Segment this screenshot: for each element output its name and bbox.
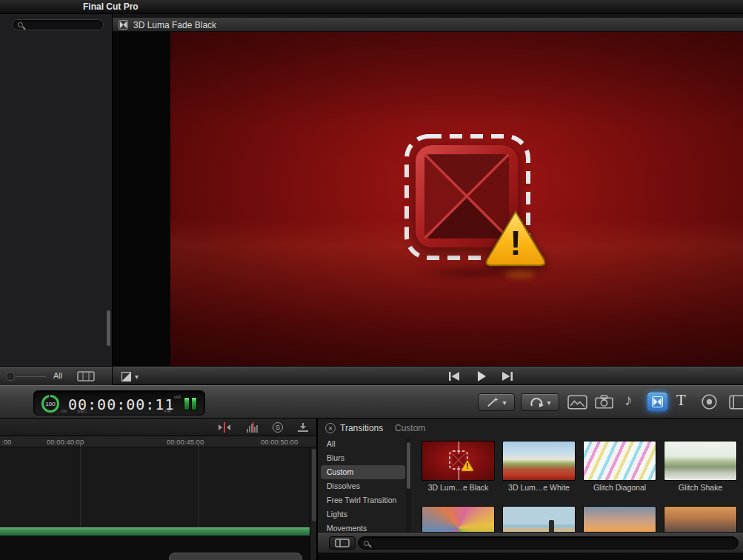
skip-back-button[interactable] [444, 370, 464, 383]
search-icon [18, 22, 23, 27]
category-item-dissolves[interactable]: Dissolves [321, 479, 405, 493]
event-browser-scrollbar-thumb[interactable] [107, 310, 110, 346]
ruler-tick [199, 443, 199, 447]
audio-skimming-icon [245, 422, 260, 433]
gauge-value: 100 [45, 401, 55, 407]
viewer-title: 3D Luma Fade Black [133, 20, 216, 30]
play-button[interactable] [472, 370, 491, 383]
browser-icon [729, 395, 743, 410]
retime-icon [529, 396, 544, 408]
chevron-down-icon: ▾ [547, 399, 550, 407]
viewer-canvas[interactable]: ! [170, 32, 743, 366]
event-search-input[interactable] [27, 21, 90, 30]
generators-icon [701, 393, 718, 410]
photos-icon [567, 395, 587, 410]
transition-name: Glitch Shake [664, 483, 737, 492]
timeline-panel: S :00 00:00:40:00 00:00:45:00 00:00:50:0… [0, 419, 317, 560]
timeline-hscrollbar-thumb[interactable] [169, 553, 302, 560]
audio-skimming-toggle[interactable] [244, 421, 261, 433]
menu-bar: Final Cut Pro [0, 0, 743, 14]
camera-icon [595, 395, 613, 409]
clip-appearance-slider-knob[interactable] [6, 372, 15, 381]
sec-label: SEC [77, 409, 87, 413]
clip-filter-popup[interactable]: All [53, 371, 62, 380]
generators-browser-button[interactable] [701, 393, 718, 410]
transparency-icon [121, 372, 131, 381]
transition-name: 3D Lum…e White [502, 483, 576, 492]
media-import-button[interactable] [595, 395, 613, 409]
timeline-clip-green[interactable] [0, 527, 310, 536]
transitions-search-input[interactable] [373, 539, 653, 547]
audio-meter-left[interactable] [184, 397, 190, 410]
skimming-icon [217, 422, 232, 433]
transition-name: 3D Lum…e Black [422, 483, 495, 492]
in-label: IN [61, 409, 67, 413]
event-browser-bottom-bar: All [0, 366, 112, 385]
category-item-blurs[interactable]: Blurs [321, 451, 405, 465]
retime-button[interactable]: ▾ [521, 393, 559, 411]
app-menu-title[interactable]: Final Cut Pro [83, 1, 139, 12]
browser-bottom-bar [318, 532, 743, 553]
browser-subtitle: Custom [395, 423, 425, 433]
transport-controls [439, 368, 527, 384]
filmstrip-view-icon[interactable] [77, 371, 95, 381]
category-item-all[interactable]: All [321, 437, 405, 451]
transitions-search-field[interactable] [358, 536, 739, 550]
solo-icon: S [273, 422, 283, 433]
category-item-free-twirl[interactable]: Free Twirl Transition [321, 493, 405, 507]
ruler-tick-label: :00 [1, 438, 11, 446]
browser-header: ✕ Transitions Custom [318, 421, 743, 436]
enhancements-button[interactable]: ▾ [478, 393, 515, 411]
clip-appearance-slider-track [16, 376, 46, 377]
timeline-vscrollbar[interactable] [310, 447, 317, 560]
viewer-panel: ! [113, 32, 743, 366]
warning-icon: ! [483, 207, 548, 270]
themes-browser-button-partial[interactable] [729, 395, 743, 410]
skip-forward-button[interactable] [498, 370, 517, 383]
fr-label: FR [164, 409, 171, 413]
music-browser-button[interactable]: ♪ [624, 391, 633, 409]
audio-meter-right[interactable] [191, 397, 197, 410]
timeline-options-bar: S [0, 419, 317, 436]
category-scrollbar-thumb[interactable] [407, 442, 410, 489]
timeline-ruler[interactable]: :00 00:00:40:00 00:00:45:00 00:00:50:00 [0, 436, 317, 447]
category-list: All Blurs Custom Dissolves Free Twirl Tr… [321, 437, 405, 536]
category-item-custom[interactable]: Custom [321, 465, 405, 479]
ruler-tick-label: 00:00:40:00 [47, 438, 84, 446]
ruler-tick-label: 00:00:50:00 [261, 438, 298, 446]
viewer-options-button[interactable]: ▾ [121, 370, 156, 382]
transition-thumbnail-glitch-shake[interactable] [664, 441, 737, 481]
category-scrollbar[interactable] [406, 439, 411, 532]
transitions-browser-panel: ✕ Transitions Custom All Blurs Custom Di… [317, 419, 743, 560]
category-item-lights[interactable]: Lights [321, 507, 405, 521]
hr-label: HR [174, 395, 181, 399]
transition-thumbnail-3d-luma-black[interactable]: ! [422, 441, 495, 481]
viewer-control-strip: ▾ [113, 366, 743, 385]
transition-thumbnail-glitch-diagonal[interactable] [583, 441, 656, 481]
titles-browser-button[interactable]: T [676, 391, 686, 410]
snapping-toggle[interactable] [295, 421, 311, 433]
photos-browser-button[interactable] [567, 395, 587, 410]
background-tasks-gauge[interactable]: 100 [41, 395, 59, 413]
ruler-tick [80, 443, 81, 447]
dashboard: 100 00:00:00:11 IN SEC FR HR [33, 390, 205, 416]
viewer-title-bar: 3D Luma Fade Black [113, 18, 743, 32]
timeline-gridline [80, 447, 81, 527]
solo-toggle[interactable]: S [270, 421, 286, 433]
duration-toggle-button[interactable] [329, 536, 356, 550]
transition-thumbnail-3d-luma-white[interactable] [502, 441, 576, 481]
timeline-vscrollbar-thumb[interactable] [312, 449, 316, 521]
chevron-down-icon: ▾ [502, 399, 506, 407]
magic-wand-icon [486, 396, 499, 408]
transitions-icon [652, 396, 663, 407]
browser-close-button[interactable]: ✕ [325, 423, 336, 433]
close-icon: ✕ [328, 425, 333, 432]
main-toolbar: 100 00:00:00:11 IN SEC FR HR ▾ ▾ ♪ [0, 385, 743, 419]
event-search-field[interactable] [12, 19, 104, 30]
transitions-browser-button[interactable] [647, 393, 667, 411]
skimming-toggle[interactable] [216, 421, 233, 433]
browser-footer-strip [318, 553, 743, 560]
search-icon [364, 541, 369, 546]
timeline-tracks[interactable] [0, 447, 317, 560]
svg-text:!: ! [466, 462, 468, 470]
